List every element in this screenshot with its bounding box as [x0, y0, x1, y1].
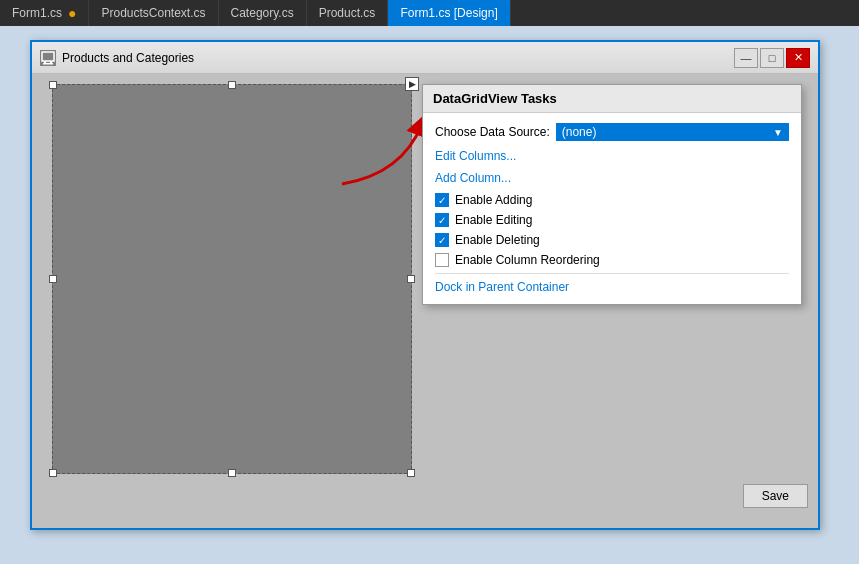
- checkbox-deleting-box[interactable]: ✓: [435, 233, 449, 247]
- close-button[interactable]: ✕: [786, 48, 810, 68]
- tab-form1design-label: Form1.cs [Design]: [400, 6, 497, 20]
- checkbox-adding-label: Enable Adding: [455, 193, 532, 207]
- tab-form1design[interactable]: Form1.cs [Design]: [388, 0, 510, 26]
- tasks-panel-body: Choose Data Source: (none) ▼ Edit Column…: [423, 113, 801, 304]
- checkbox-editing-label: Enable Editing: [455, 213, 532, 227]
- checkbox-enable-editing[interactable]: ✓ Enable Editing: [435, 213, 789, 227]
- window-icon: [40, 50, 56, 66]
- dock-link[interactable]: Dock in Parent Container: [435, 280, 789, 294]
- window-titlebar: Products and Categories — □ ✕: [32, 42, 818, 74]
- checkbox-enable-adding[interactable]: ✓ Enable Adding: [435, 193, 789, 207]
- tab-productcs-label: Product.cs: [319, 6, 376, 20]
- window-title: Products and Categories: [40, 50, 194, 66]
- data-source-row: Choose Data Source: (none) ▼: [435, 123, 789, 141]
- checkbox-reordering-box[interactable]: [435, 253, 449, 267]
- tab-productcs[interactable]: Product.cs: [307, 0, 389, 26]
- tab-bar: Form1.cs ● ProductsContext.cs Category.c…: [0, 0, 859, 26]
- checkbox-enable-deleting[interactable]: ✓ Enable Deleting: [435, 233, 789, 247]
- handle-middle-left[interactable]: [49, 275, 57, 283]
- data-source-label: Choose Data Source:: [435, 125, 550, 139]
- tab-categorycs[interactable]: Category.cs: [219, 0, 307, 26]
- tasks-panel: DataGridView Tasks Choose Data Source: (…: [422, 84, 802, 305]
- checkbox-reordering-label: Enable Column Reordering: [455, 253, 600, 267]
- maximize-button[interactable]: □: [760, 48, 784, 68]
- tab-form1cs-label: Form1.cs: [12, 6, 62, 20]
- save-button[interactable]: Save: [743, 484, 808, 508]
- tab-form1cs[interactable]: Form1.cs ●: [0, 0, 89, 26]
- handle-bottom-left[interactable]: [49, 469, 57, 477]
- data-source-value: (none): [562, 125, 597, 139]
- dropdown-arrow-icon: ▼: [773, 127, 783, 138]
- window-controls: — □ ✕: [734, 48, 810, 68]
- svg-rect-3: [43, 63, 53, 65]
- handle-bottom-center[interactable]: [228, 469, 236, 477]
- form-content: ▶ DataGridView Tasks Choose Data Source:…: [32, 74, 818, 528]
- save-button-area: Save: [743, 484, 808, 508]
- tab-productscontext-label: ProductsContext.cs: [101, 6, 205, 20]
- checkbox-adding-box[interactable]: ✓: [435, 193, 449, 207]
- handle-bottom-right[interactable]: [407, 469, 415, 477]
- tab-productscontext[interactable]: ProductsContext.cs: [89, 0, 218, 26]
- tab-form1cs-modified: ●: [68, 5, 76, 21]
- divider: [435, 273, 789, 274]
- window-title-text: Products and Categories: [62, 51, 194, 65]
- form-window: Products and Categories — □ ✕ ▶: [30, 40, 820, 530]
- svg-rect-0: [42, 52, 54, 61]
- checkbox-enable-reordering[interactable]: Enable Column Reordering: [435, 253, 789, 267]
- checkbox-deleting-label: Enable Deleting: [455, 233, 540, 247]
- add-column-link[interactable]: Add Column...: [435, 171, 789, 185]
- data-source-dropdown[interactable]: (none) ▼: [556, 123, 789, 141]
- handle-top-center[interactable]: [228, 81, 236, 89]
- tasks-panel-title: DataGridView Tasks: [423, 85, 801, 113]
- smart-tag[interactable]: ▶: [405, 77, 419, 91]
- handle-top-left[interactable]: [49, 81, 57, 89]
- datagrid-view[interactable]: ▶: [52, 84, 412, 474]
- tab-categorycs-label: Category.cs: [231, 6, 294, 20]
- edit-columns-link[interactable]: Edit Columns...: [435, 149, 789, 163]
- checkbox-editing-box[interactable]: ✓: [435, 213, 449, 227]
- handle-middle-right[interactable]: [407, 275, 415, 283]
- minimize-button[interactable]: —: [734, 48, 758, 68]
